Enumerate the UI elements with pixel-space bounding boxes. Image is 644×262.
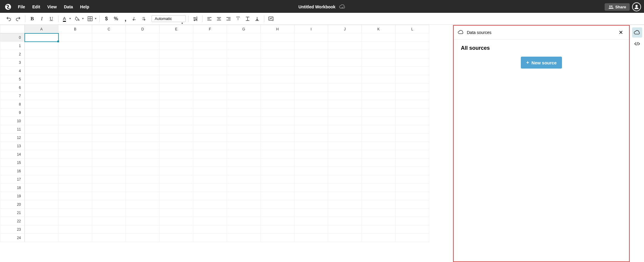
cell-A0[interactable] [25, 33, 58, 42]
cell-B8[interactable] [58, 100, 92, 108]
cell-L10[interactable] [396, 117, 429, 125]
cell-D5[interactable] [126, 75, 160, 83]
cell-J2[interactable] [328, 50, 362, 58]
cell-B14[interactable] [58, 150, 92, 159]
cell-I5[interactable] [294, 75, 328, 83]
cell-G11[interactable] [227, 125, 261, 134]
cell-E4[interactable] [160, 67, 193, 75]
decrease-decimal-button[interactable]: .0 [131, 14, 140, 23]
row-header-24[interactable]: 24 [0, 234, 25, 242]
currency-button[interactable]: $ [102, 14, 111, 23]
cell-K13[interactable] [362, 142, 396, 150]
cell-F16[interactable] [193, 167, 227, 175]
cell-E19[interactable] [160, 192, 193, 200]
cell-C13[interactable] [92, 142, 126, 150]
cell-L7[interactable] [396, 92, 429, 100]
cell-E11[interactable] [160, 125, 193, 134]
cell-H0[interactable] [261, 33, 294, 42]
cell-D14[interactable] [126, 150, 160, 159]
cell-A15[interactable] [25, 159, 58, 167]
cell-A2[interactable] [25, 50, 58, 58]
cell-C4[interactable] [92, 67, 126, 75]
cell-H23[interactable] [261, 225, 294, 234]
cell-D23[interactable] [126, 225, 160, 234]
fill-color-dropdown[interactable]: ▼ [82, 17, 84, 20]
cell-B22[interactable] [58, 217, 92, 225]
cell-L6[interactable] [396, 83, 429, 92]
cell-D6[interactable] [126, 83, 160, 92]
cell-B9[interactable] [58, 108, 92, 117]
cell-E13[interactable] [160, 142, 193, 150]
row-header-17[interactable]: 17 [0, 175, 25, 184]
cell-I23[interactable] [294, 225, 328, 234]
cell-G14[interactable] [227, 150, 261, 159]
col-header-I[interactable]: I [294, 25, 328, 33]
cell-D0[interactable] [126, 33, 160, 42]
row-header-3[interactable]: 3 [0, 58, 25, 67]
cell-B0[interactable] [58, 33, 92, 42]
cell-E14[interactable] [160, 150, 193, 159]
increase-decimal-button[interactable]: .00 [140, 14, 149, 23]
cell-B21[interactable] [58, 209, 92, 217]
cell-E17[interactable] [160, 175, 193, 184]
cell-A1[interactable] [25, 42, 58, 50]
workbook-title[interactable]: Untitled Workbook [298, 4, 335, 9]
cell-B5[interactable] [58, 75, 92, 83]
row-header-4[interactable]: 4 [0, 67, 25, 75]
cell-G12[interactable] [227, 134, 261, 142]
cell-K8[interactable] [362, 100, 396, 108]
cell-K2[interactable] [362, 50, 396, 58]
italic-button[interactable]: I [37, 14, 46, 23]
cell-C20[interactable] [92, 200, 126, 209]
cell-L14[interactable] [396, 150, 429, 159]
cell-D1[interactable] [126, 42, 160, 50]
cell-A4[interactable] [25, 67, 58, 75]
cell-J9[interactable] [328, 108, 362, 117]
cell-C21[interactable] [92, 209, 126, 217]
row-header-22[interactable]: 22 [0, 217, 25, 225]
cell-C6[interactable] [92, 83, 126, 92]
row-header-15[interactable]: 15 [0, 159, 25, 167]
cell-K20[interactable] [362, 200, 396, 209]
comma-button[interactable]: , [121, 14, 130, 23]
cell-E22[interactable] [160, 217, 193, 225]
cell-L11[interactable] [396, 125, 429, 134]
col-header-E[interactable]: E [160, 25, 193, 33]
cell-B24[interactable] [58, 234, 92, 242]
cell-I3[interactable] [294, 58, 328, 67]
cell-F24[interactable] [193, 234, 227, 242]
cell-E16[interactable] [160, 167, 193, 175]
cell-E5[interactable] [160, 75, 193, 83]
row-header-18[interactable]: 18 [0, 184, 25, 192]
cell-G8[interactable] [227, 100, 261, 108]
cell-F22[interactable] [193, 217, 227, 225]
cell-C1[interactable] [92, 42, 126, 50]
cell-F20[interactable] [193, 200, 227, 209]
cell-L3[interactable] [396, 58, 429, 67]
cell-L2[interactable] [396, 50, 429, 58]
cell-L13[interactable] [396, 142, 429, 150]
cell-H11[interactable] [261, 125, 294, 134]
cell-H3[interactable] [261, 58, 294, 67]
cell-C19[interactable] [92, 192, 126, 200]
cell-F14[interactable] [193, 150, 227, 159]
fill-color-button[interactable] [74, 14, 81, 23]
cell-D2[interactable] [126, 50, 160, 58]
cell-C14[interactable] [92, 150, 126, 159]
cell-B18[interactable] [58, 184, 92, 192]
number-format-select[interactable]: Automatic [152, 15, 186, 22]
cell-E9[interactable] [160, 108, 193, 117]
cell-A18[interactable] [25, 184, 58, 192]
cell-F1[interactable] [193, 42, 227, 50]
align-bottom-button[interactable] [253, 14, 262, 23]
cell-K6[interactable] [362, 83, 396, 92]
cell-J5[interactable] [328, 75, 362, 83]
cell-C8[interactable] [92, 100, 126, 108]
row-header-12[interactable]: 12 [0, 134, 25, 142]
cell-A24[interactable] [25, 234, 58, 242]
cell-E10[interactable] [160, 117, 193, 125]
cell-I10[interactable] [294, 117, 328, 125]
cell-E8[interactable] [160, 100, 193, 108]
cell-J18[interactable] [328, 184, 362, 192]
cell-E2[interactable] [160, 50, 193, 58]
